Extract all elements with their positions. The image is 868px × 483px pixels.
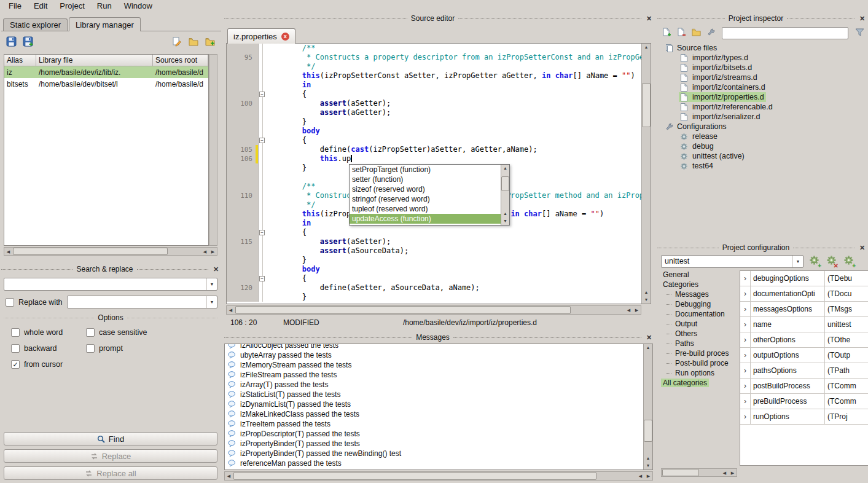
scroll-arrow-icon[interactable]: ▲	[501, 165, 509, 172]
expand-chevron-icon[interactable]: ›	[740, 348, 751, 363]
category-others[interactable]: Others	[661, 329, 737, 339]
property-row-debugingoptions[interactable]: ›debugingOptions(TDebu	[740, 271, 868, 286]
fold-marker-icon[interactable]: −	[259, 92, 265, 97]
close-project-inspector-icon[interactable]: ✕	[858, 15, 866, 23]
property-row-messagesoptions[interactable]: ›messagesOptions(TMsgs	[740, 302, 868, 317]
property-value[interactable]: (TProj	[825, 409, 868, 424]
project-settings-button[interactable]	[704, 26, 717, 40]
remove-configuration-button[interactable]: ✕	[824, 254, 838, 268]
code-line[interactable]: − {	[227, 136, 641, 145]
option-case-sensitive[interactable]: case sensitive	[86, 328, 213, 337]
scroll-arrow-icon[interactable]: ▼	[501, 218, 509, 225]
code-line[interactable]: in	[227, 80, 641, 90]
save-libraries-as-button[interactable]	[20, 35, 35, 50]
code-line[interactable]: body	[227, 127, 641, 136]
expand-chevron-icon[interactable]: ›	[740, 317, 751, 332]
library-row-bitsets[interactable]: bitsets/home/basile/dev/bitset/l/home/ba…	[4, 78, 208, 90]
library-row-iz[interactable]: iz/home/basile/dev/iz/lib/iz./home/basil…	[4, 66, 208, 78]
property-row-name[interactable]: ›nameunittest	[740, 317, 868, 332]
scroll-thumb[interactable]	[235, 306, 571, 314]
remove-source-button[interactable]	[674, 26, 688, 40]
add-source-button[interactable]	[660, 26, 673, 40]
tree-node-configurations[interactable]: Configurations	[659, 122, 866, 132]
expand-chevron-icon[interactable]: ›	[740, 394, 751, 409]
code-line[interactable]: }	[227, 256, 641, 265]
category-run-options[interactable]: Run options	[661, 368, 737, 378]
scroll-thumb[interactable]	[13, 248, 168, 255]
property-value[interactable]: (TDocu	[825, 286, 868, 301]
property-value[interactable]: (TOthe	[825, 332, 868, 347]
scroll-arrow-icon[interactable]: ▲	[644, 344, 652, 351]
code-line[interactable]: − {	[227, 228, 641, 237]
expand-chevron-icon[interactable]: ›	[740, 286, 751, 301]
code-line[interactable]: assert(aSourceData);	[227, 246, 641, 256]
completion-item-setproptarget-function[interactable]: setPropTarget (function)	[350, 165, 501, 175]
checkbox-icon[interactable]	[86, 344, 95, 353]
code-line[interactable]: */	[227, 62, 641, 71]
property-value[interactable]: (TDebu	[825, 271, 868, 286]
property-row-postbuildprocess[interactable]: ›postBuildProcess(TComm	[740, 379, 868, 394]
search-dropdown-icon[interactable]: ▼	[206, 278, 217, 290]
menu-item-edit[interactable]: Edit	[28, 0, 53, 12]
close-tab-icon[interactable]: x	[281, 33, 289, 41]
fold-marker-icon[interactable]: −	[259, 230, 265, 235]
message-row[interactable]: izFileStream passed the tests	[225, 370, 643, 380]
tree-item-release[interactable]: release	[659, 132, 866, 141]
option-prompt[interactable]: prompt	[86, 344, 213, 353]
column-header-alias[interactable]: Alias	[4, 55, 36, 66]
code-line[interactable]: 105 define(cast(izPropSetter)aSetter, aG…	[227, 145, 641, 154]
checkbox-icon[interactable]	[11, 328, 20, 337]
category-paths[interactable]: Paths	[661, 339, 737, 348]
code-line[interactable]: /**	[227, 44, 641, 53]
message-row[interactable]: izPropertyBinder(T) passed the newBindin…	[225, 449, 643, 458]
code-line[interactable]: − {	[227, 90, 641, 99]
completion-item-sizeof-reserved-word[interactable]: sizeof (reserved word)	[350, 184, 501, 194]
scroll-arrow-icon[interactable]: ▼	[643, 296, 651, 304]
add-configuration-button[interactable]: +	[807, 254, 821, 268]
code-line[interactable]: − {	[227, 274, 641, 283]
filter-button[interactable]	[853, 26, 866, 40]
code-line[interactable]: 115 assert(aSetter);	[227, 237, 641, 246]
add-library-button[interactable]	[203, 35, 217, 50]
code-line[interactable]: assert(aGetter);	[227, 108, 641, 117]
scroll-thumb[interactable]	[644, 420, 652, 442]
tree-item-import-iz-properties-d[interactable]: import/iz/properties.d	[659, 92, 866, 102]
menu-item-file[interactable]: File	[2, 0, 28, 12]
message-row[interactable]: izArray(T) passed the tests	[225, 380, 643, 390]
code-line[interactable]: }	[227, 293, 641, 302]
scroll-arrow-icon[interactable]: ▶	[633, 306, 641, 314]
scroll-track[interactable]	[235, 306, 625, 314]
scroll-thumb[interactable]	[501, 176, 509, 191]
property-row-prebuildprocess[interactable]: ›preBuildProcess(TComm	[740, 394, 868, 409]
code-line[interactable]: 95 * Constructs a property descriptor fr…	[227, 53, 641, 62]
close-search-panel-icon[interactable]: ✕	[212, 265, 220, 273]
scroll-thumb[interactable]	[642, 83, 651, 127]
tree-item-import-iz-types-d[interactable]: import/iz/types.d	[659, 53, 866, 63]
add-folder-button[interactable]	[689, 26, 703, 40]
completion-item-updateaccess-function[interactable]: updateAccess (function)	[350, 214, 501, 224]
completion-scrollbar[interactable]: ▲▲▼	[501, 165, 509, 225]
message-row[interactable]: izPropDescriptor(T) passed the tests	[225, 429, 643, 439]
category-debugging[interactable]: Debugging	[661, 299, 737, 309]
scroll-arrow-icon[interactable]: ◀	[721, 469, 729, 477]
expand-chevron-icon[interactable]: ›	[740, 302, 751, 316]
option-from-cursor[interactable]: ✓from cursor	[11, 359, 86, 369]
close-source-editor-icon[interactable]: ✕	[645, 15, 653, 23]
completion-item-setter-function[interactable]: setter (function)	[350, 175, 501, 184]
property-value[interactable]: unittest	[825, 317, 868, 332]
configuration-dropdown-icon[interactable]: ▼	[792, 256, 803, 267]
category-post-build-proce[interactable]: Post-build proce	[661, 358, 737, 368]
expand-chevron-icon[interactable]: ›	[740, 363, 751, 378]
scroll-thumb[interactable]	[662, 469, 699, 476]
scroll-arrow-icon[interactable]: ◀	[227, 306, 235, 314]
fold-marker-icon[interactable]: −	[259, 276, 265, 281]
scroll-arrow-icon[interactable]: ▶	[209, 248, 217, 256]
scroll-arrow-icon[interactable]: ▼	[644, 462, 652, 469]
message-row[interactable]: izAllocObject passed the tests	[225, 344, 643, 350]
scroll-track[interactable]	[501, 172, 509, 210]
tab-library-manager[interactable]: Library manager	[69, 17, 141, 31]
expand-chevron-icon[interactable]: ›	[740, 379, 751, 393]
checkbox-icon[interactable]	[11, 344, 20, 353]
fold-marker-icon[interactable]: −	[259, 138, 265, 143]
property-value[interactable]: (TMsgs	[825, 302, 868, 316]
